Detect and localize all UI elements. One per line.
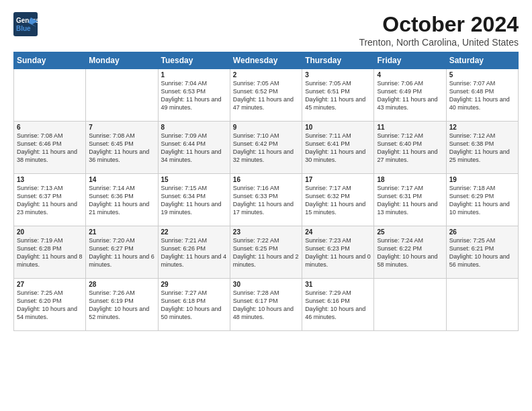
logo-icon: General Blue bbox=[13, 12, 38, 36]
calendar-cell: 4Sunrise: 7:06 AM Sunset: 6:49 PM Daylig… bbox=[374, 69, 446, 122]
day-number: 30 bbox=[233, 281, 299, 288]
calendar-cell: 19Sunrise: 7:18 AM Sunset: 6:29 PM Dayli… bbox=[446, 174, 518, 226]
day-info: Sunrise: 7:05 AM Sunset: 6:52 PM Dayligh… bbox=[233, 79, 299, 112]
day-info: Sunrise: 7:25 AM Sunset: 6:21 PM Dayligh… bbox=[449, 236, 515, 269]
calendar-cell: 27Sunrise: 7:25 AM Sunset: 6:20 PM Dayli… bbox=[14, 279, 86, 331]
calendar-cell: 18Sunrise: 7:17 AM Sunset: 6:31 PM Dayli… bbox=[374, 174, 446, 226]
day-info: Sunrise: 7:20 AM Sunset: 6:27 PM Dayligh… bbox=[89, 236, 154, 269]
calendar-cell: 16Sunrise: 7:16 AM Sunset: 6:33 PM Dayli… bbox=[230, 174, 302, 226]
page: General Blue October 2024 Trenton, North… bbox=[0, 0, 532, 339]
day-number: 27 bbox=[17, 281, 83, 288]
day-info: Sunrise: 7:12 AM Sunset: 6:40 PM Dayligh… bbox=[377, 132, 443, 165]
day-info: Sunrise: 7:17 AM Sunset: 6:31 PM Dayligh… bbox=[377, 184, 443, 217]
week-row-3: 13Sunrise: 7:13 AM Sunset: 6:37 PM Dayli… bbox=[14, 174, 519, 226]
calendar-cell: 28Sunrise: 7:26 AM Sunset: 6:19 PM Dayli… bbox=[86, 279, 158, 331]
day-number: 1 bbox=[161, 71, 227, 79]
day-number: 31 bbox=[305, 281, 371, 288]
day-info: Sunrise: 7:09 AM Sunset: 6:44 PM Dayligh… bbox=[161, 132, 227, 165]
day-info: Sunrise: 7:18 AM Sunset: 6:29 PM Dayligh… bbox=[449, 184, 515, 217]
day-number: 19 bbox=[449, 176, 515, 183]
day-info: Sunrise: 7:21 AM Sunset: 6:26 PM Dayligh… bbox=[161, 236, 227, 269]
day-number: 29 bbox=[161, 281, 227, 288]
calendar-table: SundayMondayTuesdayWednesdayThursdayFrid… bbox=[13, 52, 519, 331]
subtitle: Trenton, North Carolina, United States bbox=[359, 37, 519, 48]
day-number: 14 bbox=[89, 176, 154, 183]
calendar-cell: 3Sunrise: 7:05 AM Sunset: 6:51 PM Daylig… bbox=[302, 69, 374, 122]
day-number: 21 bbox=[89, 228, 154, 236]
calendar-cell: 29Sunrise: 7:27 AM Sunset: 6:18 PM Dayli… bbox=[158, 279, 230, 331]
day-info: Sunrise: 7:06 AM Sunset: 6:49 PM Dayligh… bbox=[377, 79, 443, 112]
calendar-cell bbox=[86, 69, 158, 122]
day-number: 13 bbox=[17, 176, 83, 183]
day-number: 3 bbox=[305, 71, 371, 79]
week-row-1: 1Sunrise: 7:04 AM Sunset: 6:53 PM Daylig… bbox=[14, 69, 519, 122]
calendar-cell: 8Sunrise: 7:09 AM Sunset: 6:44 PM Daylig… bbox=[158, 122, 230, 174]
calendar-cell: 1Sunrise: 7:04 AM Sunset: 6:53 PM Daylig… bbox=[158, 69, 230, 122]
day-header-tuesday: Tuesday bbox=[158, 52, 230, 69]
day-info: Sunrise: 7:14 AM Sunset: 6:36 PM Dayligh… bbox=[89, 184, 154, 217]
day-info: Sunrise: 7:12 AM Sunset: 6:38 PM Dayligh… bbox=[449, 132, 515, 165]
week-row-5: 27Sunrise: 7:25 AM Sunset: 6:20 PM Dayli… bbox=[14, 279, 519, 331]
week-row-4: 20Sunrise: 7:19 AM Sunset: 6:28 PM Dayli… bbox=[14, 226, 519, 279]
day-info: Sunrise: 7:29 AM Sunset: 6:16 PM Dayligh… bbox=[305, 289, 371, 322]
day-info: Sunrise: 7:24 AM Sunset: 6:22 PM Dayligh… bbox=[377, 236, 443, 269]
day-info: Sunrise: 7:08 AM Sunset: 6:46 PM Dayligh… bbox=[17, 132, 83, 165]
day-info: Sunrise: 7:19 AM Sunset: 6:28 PM Dayligh… bbox=[17, 236, 83, 269]
day-number: 12 bbox=[449, 124, 515, 131]
day-number: 4 bbox=[377, 71, 443, 79]
day-header-thursday: Thursday bbox=[302, 52, 374, 69]
day-number: 9 bbox=[233, 124, 299, 131]
calendar-cell: 6Sunrise: 7:08 AM Sunset: 6:46 PM Daylig… bbox=[14, 122, 86, 174]
week-row-2: 6Sunrise: 7:08 AM Sunset: 6:46 PM Daylig… bbox=[14, 122, 519, 174]
calendar-cell: 9Sunrise: 7:10 AM Sunset: 6:42 PM Daylig… bbox=[230, 122, 302, 174]
calendar-cell bbox=[374, 279, 446, 331]
calendar-cell: 26Sunrise: 7:25 AM Sunset: 6:21 PM Dayli… bbox=[446, 226, 518, 279]
calendar-cell: 2Sunrise: 7:05 AM Sunset: 6:52 PM Daylig… bbox=[230, 69, 302, 122]
calendar-cell bbox=[14, 69, 86, 122]
calendar-cell: 12Sunrise: 7:12 AM Sunset: 6:38 PM Dayli… bbox=[446, 122, 518, 174]
calendar-cell: 30Sunrise: 7:28 AM Sunset: 6:17 PM Dayli… bbox=[230, 279, 302, 331]
day-info: Sunrise: 7:15 AM Sunset: 6:34 PM Dayligh… bbox=[161, 184, 227, 217]
day-info: Sunrise: 7:11 AM Sunset: 6:41 PM Dayligh… bbox=[305, 132, 371, 165]
header: General Blue October 2024 Trenton, North… bbox=[13, 12, 519, 48]
day-info: Sunrise: 7:10 AM Sunset: 6:42 PM Dayligh… bbox=[233, 132, 299, 165]
calendar-cell bbox=[446, 279, 518, 331]
calendar-cell: 14Sunrise: 7:14 AM Sunset: 6:36 PM Dayli… bbox=[86, 174, 158, 226]
calendar-cell: 11Sunrise: 7:12 AM Sunset: 6:40 PM Dayli… bbox=[374, 122, 446, 174]
day-number: 6 bbox=[17, 124, 83, 131]
calendar-cell: 13Sunrise: 7:13 AM Sunset: 6:37 PM Dayli… bbox=[14, 174, 86, 226]
day-info: Sunrise: 7:27 AM Sunset: 6:18 PM Dayligh… bbox=[161, 289, 227, 322]
calendar-cell: 20Sunrise: 7:19 AM Sunset: 6:28 PM Dayli… bbox=[14, 226, 86, 279]
svg-rect-0 bbox=[13, 12, 38, 36]
calendar-cell: 22Sunrise: 7:21 AM Sunset: 6:26 PM Dayli… bbox=[158, 226, 230, 279]
day-info: Sunrise: 7:16 AM Sunset: 6:33 PM Dayligh… bbox=[233, 184, 299, 217]
day-header-sunday: Sunday bbox=[14, 52, 86, 69]
day-number: 16 bbox=[233, 176, 299, 183]
day-info: Sunrise: 7:22 AM Sunset: 6:25 PM Dayligh… bbox=[233, 236, 299, 269]
day-number: 18 bbox=[377, 176, 443, 183]
day-number: 7 bbox=[89, 124, 154, 131]
day-header-monday: Monday bbox=[86, 52, 158, 69]
calendar-cell: 23Sunrise: 7:22 AM Sunset: 6:25 PM Dayli… bbox=[230, 226, 302, 279]
day-number: 25 bbox=[377, 228, 443, 236]
day-number: 10 bbox=[305, 124, 371, 131]
day-info: Sunrise: 7:23 AM Sunset: 6:23 PM Dayligh… bbox=[305, 236, 371, 269]
day-number: 23 bbox=[233, 228, 299, 236]
logo: General Blue bbox=[13, 12, 38, 39]
day-number: 17 bbox=[305, 176, 371, 183]
calendar-cell: 5Sunrise: 7:07 AM Sunset: 6:48 PM Daylig… bbox=[446, 69, 518, 122]
day-info: Sunrise: 7:17 AM Sunset: 6:32 PM Dayligh… bbox=[305, 184, 371, 217]
calendar-cell: 25Sunrise: 7:24 AM Sunset: 6:22 PM Dayli… bbox=[374, 226, 446, 279]
day-header-friday: Friday bbox=[374, 52, 446, 69]
day-number: 8 bbox=[161, 124, 227, 131]
day-number: 24 bbox=[305, 228, 371, 236]
day-number: 15 bbox=[161, 176, 227, 183]
calendar-cell: 15Sunrise: 7:15 AM Sunset: 6:34 PM Dayli… bbox=[158, 174, 230, 226]
day-info: Sunrise: 7:07 AM Sunset: 6:48 PM Dayligh… bbox=[449, 79, 515, 112]
day-number: 26 bbox=[449, 228, 515, 236]
svg-text:Blue: Blue bbox=[16, 25, 31, 32]
day-number: 22 bbox=[161, 228, 227, 236]
day-info: Sunrise: 7:13 AM Sunset: 6:37 PM Dayligh… bbox=[17, 184, 83, 217]
day-info: Sunrise: 7:04 AM Sunset: 6:53 PM Dayligh… bbox=[161, 79, 227, 112]
main-title: October 2024 bbox=[359, 12, 519, 37]
